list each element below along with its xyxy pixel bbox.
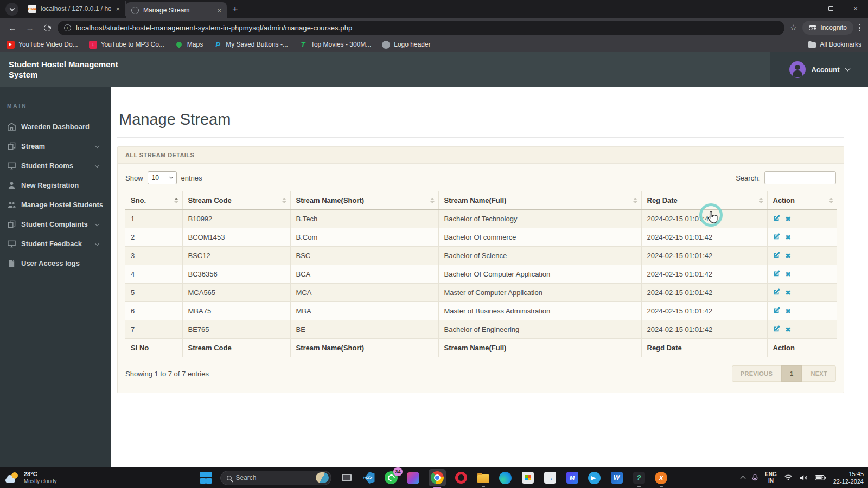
system-tray: ENG IN 15:45 22-12-2024 xyxy=(741,470,864,486)
reload-button[interactable] xyxy=(40,21,54,35)
browser-menu-button[interactable] xyxy=(859,24,860,31)
address-bar[interactable]: i localhost/student-hostel-management-sy… xyxy=(58,21,784,35)
page-length-select[interactable]: 10 xyxy=(148,171,177,184)
microsoft-store-icon[interactable] xyxy=(521,471,535,485)
language-indicator[interactable]: ENG IN xyxy=(765,471,777,485)
table-row: 3BSC12BSCBachelor of Science2024-02-15 0… xyxy=(125,247,837,265)
microphone-icon[interactable] xyxy=(752,474,758,482)
tab-manage-stream[interactable]: Manage Stream × xyxy=(126,2,227,18)
tab-close-icon[interactable]: × xyxy=(217,7,221,15)
bookmark-item[interactable]: PMy Saved Buttons -... xyxy=(214,41,288,49)
sidebar-item-manage-hostel-students[interactable]: Manage Hostel Students xyxy=(0,195,111,214)
wifi-icon[interactable] xyxy=(784,474,793,481)
xampp-icon[interactable]: X xyxy=(654,471,668,485)
chrome-icon[interactable] xyxy=(429,469,446,486)
vscode-icon[interactable]: </> xyxy=(362,471,376,485)
sidebar-item-user-access-logs[interactable]: User Access logs xyxy=(0,253,111,273)
column-header-stream-name-short[interactable]: Stream Name(Short) xyxy=(290,191,438,210)
file-explorer-icon[interactable] xyxy=(476,471,490,485)
bookmark-item[interactable]: TTop Movies - 300M... xyxy=(299,41,371,49)
account-menu[interactable]: Account xyxy=(770,52,868,87)
account-label: Account xyxy=(812,66,840,74)
close-window-button[interactable]: × xyxy=(843,0,868,16)
bookmark-item[interactable]: Maps xyxy=(175,41,203,49)
clock[interactable]: 15:45 22-12-2024 xyxy=(833,470,864,486)
search-label: Search: xyxy=(736,174,760,182)
edit-icon[interactable] xyxy=(773,214,781,223)
back-button[interactable]: ← xyxy=(5,21,20,35)
telegram-icon[interactable] xyxy=(588,471,602,485)
speaker-icon[interactable] xyxy=(800,474,808,481)
task-view-icon[interactable] xyxy=(340,471,354,485)
column-header-stream-code[interactable]: Stream Code xyxy=(182,191,290,210)
sort-icon xyxy=(430,198,435,203)
minimize-button[interactable]: — xyxy=(793,0,818,16)
edit-icon[interactable] xyxy=(773,306,781,316)
next-page-button[interactable]: NEXT xyxy=(802,365,836,382)
edit-icon[interactable] xyxy=(773,233,781,242)
weather-widget[interactable]: 28°C Mostly cloudy xyxy=(5,471,57,484)
sidebar-item-stream[interactable]: Stream xyxy=(0,136,111,156)
delete-icon[interactable]: ✖ xyxy=(786,307,791,315)
delete-icon[interactable]: ✖ xyxy=(786,252,791,260)
app-title: Student Hostel Management System xyxy=(0,59,125,80)
action-cell: ✖ xyxy=(767,210,837,228)
delete-icon[interactable]: ✖ xyxy=(786,271,791,278)
edit-icon[interactable] xyxy=(773,325,781,334)
action-cell: ✖ xyxy=(767,320,837,339)
sidebar-item-student-complaints[interactable]: Student Complaints xyxy=(0,214,111,234)
column-header-stream-name-full[interactable]: Stream Name(Full) xyxy=(438,191,641,210)
delete-icon[interactable]: ✖ xyxy=(786,289,791,297)
forward-arrow-app-icon[interactable]: → xyxy=(543,471,557,485)
bookmark-item[interactable]: ↓YouTube to MP3 Co... xyxy=(89,41,164,49)
opera-icon[interactable] xyxy=(454,471,468,485)
tab-search-button[interactable] xyxy=(5,3,18,16)
restore-button[interactable] xyxy=(818,0,843,16)
edit-icon[interactable] xyxy=(773,251,781,260)
clipchamp-icon[interactable]: M xyxy=(565,471,579,485)
bookmark-star-icon[interactable]: ☆ xyxy=(790,23,797,33)
word-icon[interactable]: W xyxy=(610,471,624,485)
battery-charging-icon[interactable] xyxy=(815,474,826,481)
tab-close-icon[interactable]: × xyxy=(116,5,120,13)
table-row: 1B10992B.TechBachelor of Technology2024-… xyxy=(125,210,837,228)
whatsapp-icon[interactable]: 34 xyxy=(384,471,398,485)
search-input[interactable] xyxy=(764,171,836,184)
copilot-icon[interactable] xyxy=(406,471,420,485)
start-button[interactable] xyxy=(200,472,212,484)
site-info-icon[interactable]: i xyxy=(64,24,71,31)
sidebar-item-wareden-dashboard[interactable]: Wareden Dashboard xyxy=(0,117,111,136)
question-app-icon[interactable]: ? xyxy=(632,471,646,485)
new-tab-button[interactable]: + xyxy=(232,4,238,15)
previous-page-button[interactable]: PREVIOUS xyxy=(732,365,781,382)
file-icon xyxy=(8,259,16,267)
sidebar-item-student-feedback[interactable]: Student Feedback xyxy=(0,234,111,253)
sidebar-item-student-rooms[interactable]: Student Rooms xyxy=(0,156,111,175)
delete-icon[interactable]: ✖ xyxy=(786,326,791,333)
table-header-row: Sno. Stream Code Stream Name(Short) Stre… xyxy=(125,191,837,210)
edit-icon[interactable] xyxy=(773,269,781,279)
column-header-action[interactable]: Action xyxy=(767,191,837,210)
action-cell: ✖ xyxy=(767,284,837,302)
copy-icon xyxy=(8,220,16,228)
tray-expand-icon[interactable] xyxy=(741,476,746,481)
bookmark-item[interactable]: Logo header xyxy=(382,41,430,49)
tab-phpmyadmin[interactable]: PMA localhost / 127.0.0.1 / hostel | p × xyxy=(23,1,126,16)
table-row: 6MBA75MBAMaster of Business Administrati… xyxy=(125,302,837,320)
delete-icon[interactable]: ✖ xyxy=(786,234,791,241)
edge-icon[interactable] xyxy=(499,471,513,485)
taskbar-search[interactable]: Search xyxy=(220,471,331,485)
browser-tabstrip: PMA localhost / 127.0.0.1 / hostel | p ×… xyxy=(0,0,868,18)
forward-button[interactable]: → xyxy=(23,21,37,35)
chevron-down-icon xyxy=(95,222,99,226)
edit-icon[interactable] xyxy=(773,288,781,297)
users-icon xyxy=(8,201,16,209)
bookmark-item[interactable]: YouTube Video Do... xyxy=(7,41,78,49)
all-bookmarks-button[interactable]: All Bookmarks xyxy=(808,41,861,48)
sidebar-item-new-registration[interactable]: New Registration xyxy=(0,175,111,195)
delete-icon[interactable]: ✖ xyxy=(786,215,791,223)
letter-t-icon: T xyxy=(299,41,307,49)
page-1-button[interactable]: 1 xyxy=(781,365,802,382)
weather-temp: 28°C xyxy=(24,471,57,478)
column-header-sno[interactable]: Sno. xyxy=(125,191,182,210)
